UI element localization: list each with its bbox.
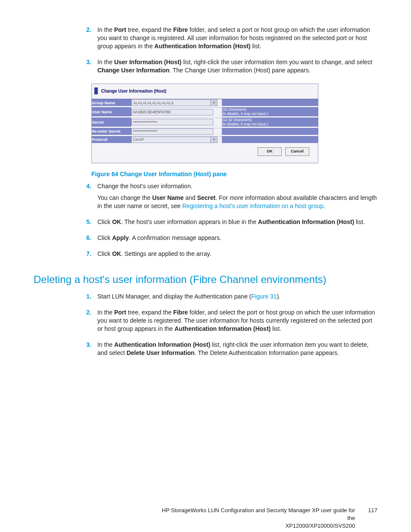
step-number: 2. [78,26,97,54]
pane-title: Change User Information (Host) [101,88,166,94]
label-secret: Secret [92,118,131,126]
change-user-info-pane: Change User Information (Host) Group Nam… [91,84,318,163]
step-number: 7. [78,250,97,261]
cancel-button[interactable]: Cancel [285,147,309,156]
group-name-select[interactable]: ALALALALALALALALS ▼ [131,100,218,106]
protocol-select[interactable]: CHAP ▼ [131,137,218,143]
step-number: 1. [78,292,97,304]
step-body: Change the host's user information. You … [97,182,377,214]
step-b1: 1. Start LUN Manager, and display the Au… [78,292,377,304]
help-cell [222,136,318,143]
ok-button[interactable]: OK [258,147,282,156]
step-3: 3. In the User Information (Host) list, … [78,58,377,78]
pane-header: Change User Information (Host) [92,84,318,99]
reenter-secret-input[interactable]: **************** [131,128,213,135]
step-number: 3. [78,58,97,78]
step-5: 5. Click OK. The host's user information… [78,218,377,230]
section-heading-deleting: Deleting a host's user information (Fibr… [34,273,377,286]
step-number: 2. [78,308,97,336]
secret-input[interactable]: **************** [131,119,213,125]
footer-text: HP StorageWorks LUN Configuration and Se… [161,507,355,529]
input-cell: ALALALALALALALALS ▼ [131,100,222,106]
step-number: 3. [78,341,97,361]
link-figure-31[interactable]: Figure 31 [251,293,277,300]
select-value: CHAP [132,137,210,143]
form-table: Group Name ALALALALALALALALS ▼ User Name… [92,99,318,143]
page-number: 117 [368,507,377,514]
page-footer: HP StorageWorks LUN Configuration and Se… [34,507,377,529]
step-4: 4. Change the host's user information. Y… [78,182,377,214]
step-7: 7. Click OK. Settings are applied to the… [78,250,377,261]
chevron-down-icon[interactable]: ▼ [210,137,217,143]
chevron-down-icon[interactable]: ▼ [210,100,217,106]
label-group-name: Group Name [92,100,131,106]
label-user-name: User Name [92,108,131,116]
select-value: ALALALALALALALALS [132,100,210,106]
step-number: 6. [78,234,97,246]
step-number: 4. [78,182,97,214]
help-cell [222,100,318,106]
step-body: In the Port tree, expand the Fibre folde… [97,26,377,54]
step-number: 5. [78,218,97,230]
label-reenter-secret: Re-enter Secret [92,128,131,135]
step-list-a: 2. In the Port tree, expand the Fibre fo… [78,26,377,261]
link-registering-host[interactable]: Registering a host's user information on… [182,202,324,209]
step-2: 2. In the Port tree, expand the Fibre fo… [78,26,377,54]
help-cell [222,128,318,135]
user-name-input[interactable]: 0A1B2C3D4E5F6789 [131,109,213,115]
help-secret: (12-32 characters) (In disable, it may n… [222,118,318,126]
step-body: In the User Information (Host) list, rig… [97,58,377,78]
figure-caption: Figure 64 Change User Information (Host)… [91,170,377,178]
step-b2: 2. In the Port tree, expand the Fibre fo… [78,308,377,336]
help-user: (16 characters) (In disable, it may not … [222,108,318,116]
pane-button-row: OK Cancel [92,143,318,163]
step-6: 6. Click Apply. A confirmation message a… [78,234,377,246]
label-protocol: Protocol [92,136,131,143]
pane-title-bar-icon [94,87,98,94]
step-b3: 3. In the Authentication Information (Ho… [78,341,377,361]
step-list-b: 1. Start LUN Manager, and display the Au… [78,292,377,360]
